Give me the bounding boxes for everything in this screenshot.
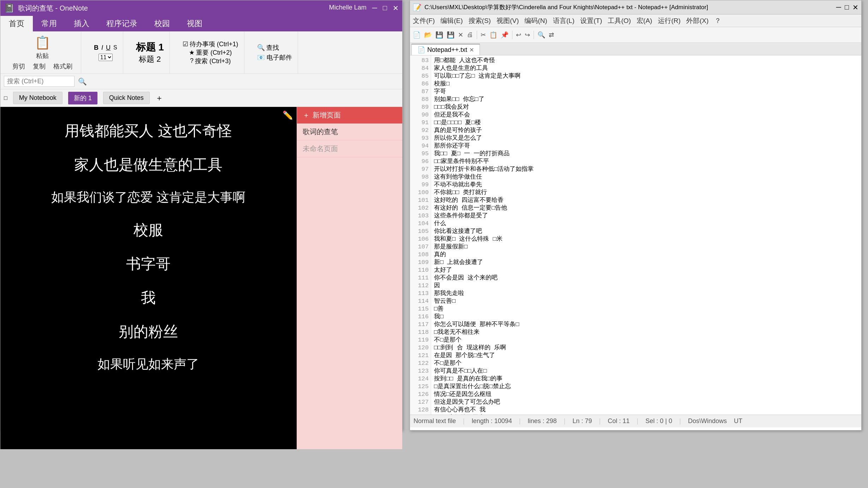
cut-button[interactable]: 剪切 [10,61,28,71]
paste-icon: 📋 [35,35,50,50]
underline-button[interactable]: U [106,44,111,52]
italic-button[interactable]: I [101,44,103,52]
toolbar-find[interactable]: 🔍 [536,30,547,40]
code-line: □□家里条件特别不平 [434,158,858,165]
email-btn[interactable]: 📧 电子邮件 [257,53,292,62]
code-line: 开以对打折卡和各种低□活动了如指掌 [434,165,858,173]
code-line: 你可真是不□□人在□ [434,367,858,375]
line-number: 106 [410,235,431,243]
heading1-style[interactable]: 标题 1 [136,41,164,54]
menu-help[interactable]: ？ [714,16,721,25]
section-unnamed[interactable]: 未命名页面 [297,140,402,157]
toolbar-redo[interactable]: ↪ [523,30,531,40]
code-line: 你不会是因 这个来的吧 [434,274,858,282]
font-size-select[interactable]: 11 [99,54,113,61]
search-tag[interactable]: ? 搜索 (Ctrl+3) [190,57,231,65]
find-replace-group: 🔍 查找 📧 电子邮件 [251,31,298,73]
quick-notes-button[interactable]: Quick Notes [103,92,150,104]
edit-button[interactable]: ✏️ [283,110,293,120]
line-number: 108 [410,251,431,259]
note-line-1: 用钱都能买人 这也不奇怪 [65,121,232,141]
add-section-icon[interactable]: ＋ [155,93,163,103]
toolbar-cut[interactable]: ✂ [479,30,487,40]
menu-edit[interactable]: 编辑(E) [440,16,463,25]
tab-insert[interactable]: 插入 [65,16,98,31]
code-line: 但还是我不会 [434,111,858,119]
notepad-window-controls[interactable]: ─ □ ✕ [836,3,858,12]
tab-close-icon[interactable]: ✕ [469,47,474,53]
section-lyrics[interactable]: 歌词的查笔 [297,123,402,140]
minimize-icon[interactable]: ─ [372,4,377,12]
tab-view[interactable]: 视图 [178,16,211,31]
sep-5: | [637,417,638,425]
minimize-icon[interactable]: ─ [836,3,841,12]
sep-3: | [564,417,566,425]
line-number: 128 [410,406,431,414]
tab-records[interactable]: 程序记录 [98,16,146,31]
menu-external[interactable]: 外部(X) [686,16,708,25]
format-button[interactable]: 格式刷 [50,61,75,71]
line-number: 101 [410,197,431,204]
window-controls[interactable]: Michelle Lam ─ □ ✕ [329,4,399,12]
code-line: □善 [434,305,858,313]
menu-file[interactable]: 文件(F) [413,16,435,25]
toolbar-replace[interactable]: ⇄ [547,30,555,40]
code-line: 新□ 上就会接遭了 [434,259,858,266]
heading2-style[interactable]: 标题 2 [139,54,161,65]
notepad-tab-active[interactable]: 📄 Notepad++.txt ✕ [411,44,480,55]
notepad-content-area: 8384858687888990919293949596979899100101… [410,55,861,415]
menu-view[interactable]: 视图(V) [497,16,519,25]
status-length: length : 10094 [472,417,512,425]
search-submit-icon[interactable]: 🔍 [78,77,87,86]
code-editor[interactable]: 用□都能 人这也不奇怪家人也是生意的工具可以取□□了忘□ 这肯定是大事啊校服□字… [431,55,861,415]
code-line: 字哥 [434,88,858,96]
line-number: 88 [410,96,431,103]
code-line: 智云善□ [434,297,858,305]
toolbar-open[interactable]: 📂 [423,30,433,40]
note-canvas[interactable]: ✏️ 用钱都能买人 这也不奇怪 家人也是做生意的工具 如果我们谈了恋爱 这肯定是… [0,107,297,449]
strikethrough-button[interactable]: S [113,44,117,51]
line-number: 119 [410,336,431,344]
line-number: 121 [410,352,431,360]
todo-tag[interactable]: ☑ 待办事项 (Ctrl+1) [183,40,238,48]
code-line: 你比看这接遭了吧 [434,228,858,235]
toolbar-undo[interactable]: ↩ [515,30,523,40]
toolbar-saveall[interactable]: 💾 [445,30,456,40]
toolbar-new[interactable]: 📄 [411,30,422,40]
toolbar-paste[interactable]: 📌 [499,30,510,40]
copy-button[interactable]: 复制 [30,61,48,71]
menu-run[interactable]: 运行(R) [658,16,680,25]
toolbar-close[interactable]: ✕ [457,30,465,40]
paste-button[interactable]: 📋 粘贴 [32,34,53,61]
menu-macro[interactable]: 宏(A) [637,16,652,25]
menu-search[interactable]: 搜索(S) [469,16,491,25]
notepad-menubar: 文件(F) 编辑(E) 搜索(S) 视图(V) 编码(N) 语言(L) 设置(T… [410,14,861,27]
tab-home[interactable]: 首页 [0,16,33,31]
my-notebook-button[interactable]: My Notebook [13,92,63,104]
menu-encode[interactable]: 编码(N) [524,16,547,25]
toolbar-save[interactable]: 💾 [434,30,445,40]
toolbar-print[interactable]: 🖨 [465,30,475,39]
close-icon[interactable]: ✕ [852,3,858,12]
restore-icon[interactable]: □ [845,3,849,12]
code-line: 不动不动就出拳先 [434,181,858,189]
toolbar-copy[interactable]: 📋 [488,30,499,40]
menu-tools[interactable]: 工具(O) [608,16,631,25]
restore-icon[interactable]: □ [383,4,387,12]
new-section-button[interactable]: ＋ 新增页面 [297,107,402,123]
note-line-2: 家人也是做生意的工具 [74,155,222,175]
note-line-7: 别的粉丝 [119,322,178,342]
close-icon[interactable]: ✕ [393,4,399,12]
tab-common[interactable]: 常用 [33,16,65,31]
sep-1: | [463,417,465,425]
find-button[interactable]: 🔍 查找 [257,43,292,52]
menu-settings[interactable]: 设置(T) [580,16,602,25]
important-tag[interactable]: ★ 重要 (Ctrl+2) [189,48,232,57]
ribbon-tab-bar: 首页 常用 插入 程序记录 校园 视图 [0,16,402,31]
new-page-button[interactable]: 新的 1 [68,92,97,104]
bold-button[interactable]: B [94,44,99,52]
search-input[interactable] [4,76,75,87]
menu-language[interactable]: 语言(L) [553,16,575,25]
onenote-app-icon: 📓 [4,3,14,13]
tab-campus[interactable]: 校园 [146,16,178,31]
